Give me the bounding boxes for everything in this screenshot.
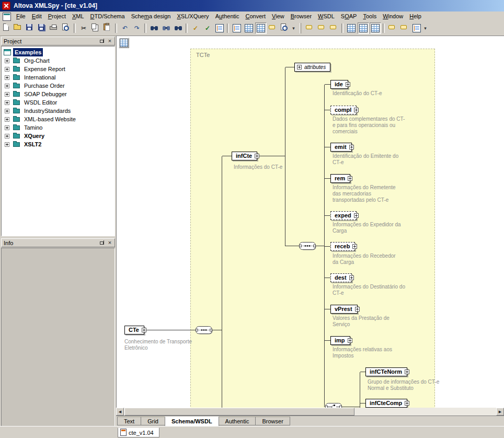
menu-browser[interactable]: Browser	[288, 11, 315, 20]
element-dest[interactable]: dest	[330, 273, 352, 282]
expand-icon[interactable]	[5, 142, 9, 147]
expand-icon[interactable]	[355, 307, 360, 312]
tab-authentic[interactable]: Authentic	[219, 417, 256, 425]
element-cte[interactable]: CTe	[124, 326, 144, 335]
horizontal-scrollbar[interactable]: ◀ ▶	[116, 408, 504, 416]
sequence-compositor-icon[interactable]	[299, 242, 317, 251]
authentic-view-button[interactable]	[267, 22, 279, 34]
save-all-button[interactable]	[37, 22, 48, 34]
menu-schema-design[interactable]: Schema design	[128, 11, 174, 20]
display-diagram-button[interactable]	[346, 22, 357, 34]
element-rem[interactable]: rem	[330, 174, 350, 183]
toolbar-overflow-chevron[interactable]: ▾	[291, 22, 296, 34]
menu-xml[interactable]: XML	[69, 11, 87, 20]
menu-file[interactable]: File	[13, 11, 29, 20]
menu-tools[interactable]: Tools	[360, 11, 380, 20]
element-emit[interactable]: emit	[330, 143, 352, 152]
attributes-box[interactable]: attributes	[294, 63, 330, 72]
add-element-button[interactable]	[387, 22, 398, 34]
element-exped[interactable]: exped	[330, 211, 357, 220]
tree-item-xquery[interactable]: XQuery	[2, 132, 114, 140]
expand-icon[interactable]	[354, 213, 359, 218]
expand-icon[interactable]	[5, 59, 9, 63]
tree-item-wsdl-editor[interactable]: WSDL Editor	[2, 98, 114, 107]
add-child-button[interactable]	[328, 22, 340, 34]
tree-item-examples[interactable]: Examples	[2, 48, 114, 56]
print-preview-button[interactable]	[61, 22, 72, 34]
show-attributes-button[interactable]	[370, 22, 381, 34]
expand-icon[interactable]	[354, 108, 359, 112]
sequence-compositor-icon[interactable]	[196, 326, 213, 335]
find-button[interactable]	[148, 22, 160, 34]
menu-window[interactable]: Window	[380, 11, 406, 20]
tree-item-international[interactable]: International	[2, 73, 114, 82]
menu-help[interactable]: Help	[406, 11, 425, 20]
element-receb[interactable]: receb	[330, 242, 355, 251]
pin-button[interactable]	[99, 38, 106, 44]
close-button[interactable]: ×	[106, 38, 113, 44]
tree-item-expense-report[interactable]: Expense Report	[2, 65, 114, 73]
cut-button[interactable]: ✂	[78, 22, 89, 34]
add-attribute-button[interactable]	[399, 22, 410, 34]
grid-view-button[interactable]	[243, 22, 255, 34]
validate-button[interactable]: ✓	[202, 22, 213, 34]
menu-authentic[interactable]: Authentic	[212, 11, 243, 20]
open-button[interactable]	[13, 22, 24, 34]
menu-project[interactable]: Project	[45, 11, 69, 20]
tree-item-tamino[interactable]: Tamino	[2, 123, 114, 132]
toolbar-grip[interactable]	[300, 23, 302, 33]
expand-icon[interactable]	[348, 176, 352, 181]
insert-row-button[interactable]	[316, 22, 328, 34]
menu-wsdl[interactable]: WSDL	[315, 11, 338, 20]
expand-icon[interactable]	[405, 401, 409, 406]
expand-icon[interactable]	[405, 370, 409, 374]
menu-view[interactable]: View	[269, 11, 288, 20]
show-annotations-button[interactable]	[358, 22, 369, 34]
choice-compositor-icon[interactable]	[325, 403, 343, 408]
tree-item-soap-debugger[interactable]: SOAP Debugger	[2, 90, 114, 98]
expand-icon[interactable]	[5, 75, 9, 80]
menu-edit[interactable]: Edit	[29, 11, 45, 20]
menu-xsl-xquery[interactable]: XSL/XQuery	[174, 11, 212, 20]
tree-item-org-chart[interactable]: Org-Chart	[2, 56, 114, 65]
schema-view-button[interactable]	[255, 22, 267, 34]
scroll-left-button[interactable]: ◀	[116, 408, 124, 416]
expand-icon[interactable]	[5, 125, 9, 130]
paste-button[interactable]	[102, 22, 113, 34]
undo-button[interactable]: ↶	[119, 22, 131, 34]
element-infcte[interactable]: infCte	[232, 152, 257, 160]
expand-icon[interactable]	[348, 338, 352, 343]
expand-icon[interactable]	[255, 154, 259, 158]
tree-item-purchase-order[interactable]: Purchase Order	[2, 82, 114, 90]
toolbar-overflow-chevron[interactable]: ▾	[422, 22, 428, 34]
replace-button[interactable]	[173, 22, 184, 34]
expand-icon[interactable]	[5, 84, 9, 88]
element-infctenorm[interactable]: infCTeNorm	[365, 367, 407, 376]
new-document-button[interactable]	[1, 22, 12, 34]
expand-icon[interactable]	[5, 134, 9, 139]
expand-icon[interactable]	[349, 275, 354, 280]
menu-dtd-schema[interactable]: DTD/Schema	[87, 11, 128, 20]
tab-grid[interactable]: Grid	[141, 417, 165, 425]
expand-icon[interactable]	[5, 92, 9, 97]
scrollbar-thumb[interactable]	[124, 408, 354, 416]
expand-icon[interactable]	[142, 328, 146, 332]
redo-button[interactable]: ↷	[131, 22, 143, 34]
expand-icon[interactable]	[5, 100, 9, 105]
browser-view-button[interactable]	[279, 22, 291, 34]
tree-item-xml-based-website[interactable]: XML-based Website	[2, 115, 114, 123]
save-button[interactable]	[25, 22, 36, 34]
find-next-button[interactable]	[161, 22, 172, 34]
element-compl[interactable]: compl	[330, 106, 357, 114]
document-tab-cte[interactable]: cte_v1.04	[118, 428, 159, 437]
pin-button[interactable]	[99, 239, 106, 246]
tree-item-xslt2[interactable]: XSLT2	[2, 140, 114, 148]
check-well-formed-button[interactable]: ✓	[190, 22, 201, 34]
xsl-transform-button[interactable]	[214, 22, 225, 34]
element-imp[interactable]: imp	[330, 336, 350, 345]
element-ide[interactable]: ide	[330, 80, 348, 89]
tab-text[interactable]: Text	[117, 417, 141, 425]
tree-item-industrystandards[interactable]: IndustryStandards	[2, 107, 114, 115]
expand-icon[interactable]	[352, 244, 357, 249]
expand-icon[interactable]	[5, 67, 9, 72]
